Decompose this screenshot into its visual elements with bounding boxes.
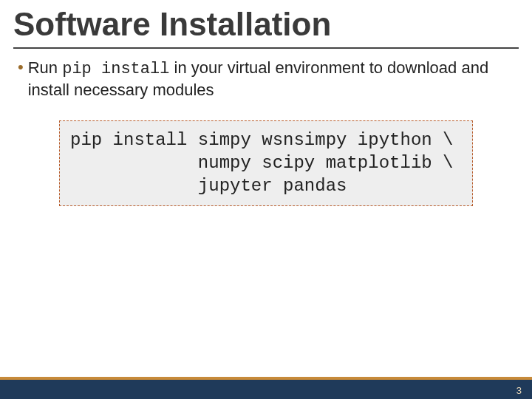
body-content: • Run pip install in your virtual enviro… <box>0 49 532 206</box>
slide: Software Installation • Run pip install … <box>0 0 532 399</box>
page-number: 3 <box>516 385 522 396</box>
code-block: pip install simpy wsnsimpy ipython \ num… <box>59 120 473 206</box>
bullet-item: • Run pip install in your virtual enviro… <box>18 58 514 100</box>
bullet-icon: • <box>18 58 24 77</box>
slide-title: Software Installation <box>0 0 532 47</box>
bullet-prefix: Run <box>28 58 62 77</box>
inline-code: pip install <box>62 60 169 78</box>
footer-main-stripe: 3 <box>0 380 532 399</box>
bullet-text: Run pip install in your virtual environm… <box>28 58 514 100</box>
footer: 3 <box>0 377 532 399</box>
